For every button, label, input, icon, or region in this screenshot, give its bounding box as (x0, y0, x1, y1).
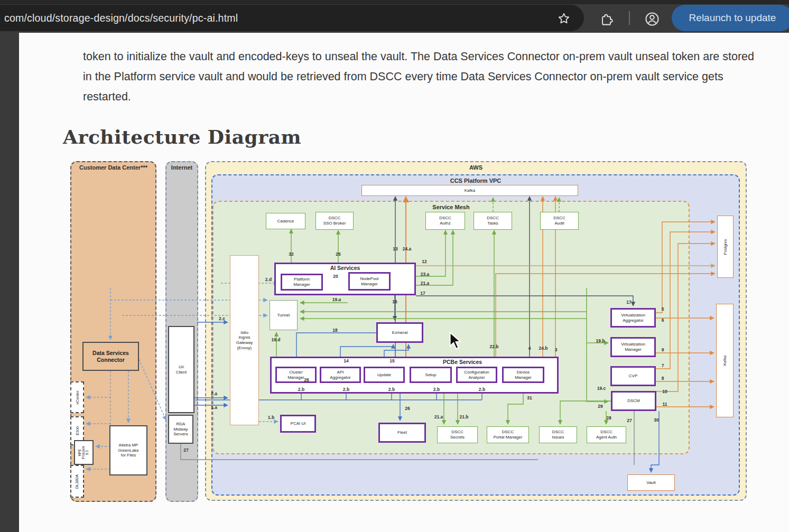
edge-label-17: 17 (626, 300, 631, 305)
node-label-postgres: Postgres (723, 239, 728, 255)
edge-label-2.d: 2.d (265, 277, 272, 282)
node-istio-ingress-gateway: Istio Ingres Gateway (Envoy) (230, 255, 259, 425)
edge-label-16: 16 (392, 299, 397, 304)
mouse-cursor (448, 332, 464, 350)
node-tunnel: Tunnel (270, 300, 298, 330)
edge (496, 274, 715, 357)
node-virtualization-aggregator: Virtualization Aggregator (610, 308, 656, 328)
edge-label-1.b: 1.b (268, 415, 274, 420)
node-vcenter: vCenter (70, 381, 84, 413)
edge-label-9: 9 (662, 347, 664, 352)
edge (656, 232, 715, 369)
edge-label-14: 14 (344, 358, 348, 363)
node-label-setup: Setup (425, 372, 437, 378)
node-cadence: Cadence (266, 213, 305, 229)
edge-label-27: 27 (183, 447, 188, 453)
node-label-dscc-agent-auth: DSCC Agent Auth (596, 430, 617, 440)
edge (560, 401, 611, 424)
edge-label-4: 4 (528, 346, 531, 351)
edge-label-12: 12 (422, 259, 426, 264)
edge-label-11: 11 (663, 402, 667, 407)
profile-icon[interactable] (642, 9, 662, 29)
node-label-nodepool-manager: NodePool Manager (360, 276, 378, 286)
node-cluster-manager: Cluster Manager (275, 367, 317, 383)
node-label-vcenter: vCenter (75, 390, 80, 404)
edge (139, 359, 166, 420)
node-dscc-authz: DSCC Authz (425, 212, 465, 230)
body-paragraph: token to initialize the vault and encode… (83, 46, 759, 107)
edge (416, 296, 633, 306)
node-api-aggregator: API Aggregator (320, 367, 361, 383)
edge-label-21.a: 21.a (434, 414, 443, 419)
edge-label-23.a: 23.a (421, 272, 430, 277)
node-platform-manager: Platform Manager (281, 274, 323, 291)
node-label-dscc-issues: DSCC Issues (552, 430, 564, 440)
node-label-vault: Vault (646, 480, 656, 486)
node-dscc-sso-broker: DSCC SSO Broker (315, 212, 354, 230)
window-top-edge (0, 0, 789, 4)
edge-label-31: 31 (527, 395, 532, 400)
node-fleet: Fleet (378, 423, 426, 443)
edge-label-10: 10 (662, 389, 667, 394)
extensions-icon[interactable] (597, 10, 616, 29)
node-label-ezmeral: Ezmeral (392, 330, 407, 335)
node-dscc-portal-manager: DSCC Portal Manager (487, 426, 529, 443)
node-dscc-audit: DSCC Audit (540, 212, 579, 230)
edge-label-3: 3 (555, 347, 558, 352)
node-label-esxi: ESXi (75, 426, 80, 435)
edge-label-1.a: 1.a (211, 405, 217, 410)
node-data-services-connector: Data Services Connector (82, 342, 139, 371)
relaunch-button[interactable]: Relaunch to update (672, 5, 789, 31)
edge-label-19.d: 19.d (271, 337, 280, 342)
node-label-platform-manager: Platform Manager (293, 277, 310, 287)
url-bar[interactable]: com/cloud/storage-design/docs/security/p… (0, 5, 584, 31)
screen: { "browser": { "url": "com/cloud/storage… (0, 0, 789, 532)
node-label-dscc-secrets: DSCC Secrets (450, 430, 465, 440)
toolbar-separator (629, 11, 630, 25)
edge (416, 230, 453, 285)
node-label-ai-services: AI Services (276, 265, 414, 272)
node-label-rda-midway-servers: RDA Midway Servers (173, 422, 188, 437)
edge-label-2.b: 2.b (298, 387, 304, 392)
node-label-virtualization-aggregator: Virtualization Aggregator (621, 313, 645, 323)
node-label-kafka-right: Kafka (722, 356, 727, 366)
node-dscc-issues: DSCC Issues (539, 426, 577, 443)
edge-label-22.b: 22.b (489, 344, 498, 349)
edge-label-15: 15 (389, 358, 394, 363)
edge-label-19.b: 19.b (596, 338, 605, 343)
node-dscc-agent-auth: DSCC Agent Auth (587, 426, 626, 443)
edge-label-2.b: 2.b (479, 387, 485, 392)
bookmark-star-icon[interactable] (554, 9, 573, 28)
node-label-kafka-top: Kafka (465, 188, 475, 193)
edge (656, 222, 715, 313)
edge-label-8: 8 (662, 376, 664, 381)
edge-label-32: 32 (289, 251, 293, 257)
node-label-dscc-portal-manager: DSCC Portal Manager (494, 430, 523, 440)
node-nodepool-manager: NodePool Manager (348, 272, 391, 291)
node-label-tunnel: Tunnel (277, 313, 290, 318)
node-device-manager: Device Manager (502, 367, 544, 383)
node-label-pcai-ui: PCAI UI (291, 421, 306, 426)
node-alletra: Alletra MP GreenLake for Files (109, 425, 147, 475)
node-label-dscc-authz: DSCC Authz (439, 216, 451, 226)
edge-label-7: 7 (662, 363, 664, 368)
edge-label-26: 26 (304, 377, 309, 382)
edge (587, 288, 608, 402)
node-label-cadence: Cadence (277, 219, 294, 224)
node-virtualization-manager: Virtualization Manager (610, 337, 656, 357)
node-label-dscc-audit: DSCC Audit (553, 216, 565, 226)
edge-label-19.a: 19.a (332, 297, 341, 302)
edge-label-30: 30 (654, 417, 658, 423)
node-label-pcbe-services: PCBe Services (443, 359, 482, 366)
node-pcai-ui: PCAI UI (280, 415, 316, 433)
relaunch-label: Relaunch to update (689, 12, 776, 24)
url-text[interactable]: com/cloud/storage-design/docs/security/p… (0, 12, 238, 24)
node-postgres: Postgres (717, 216, 734, 278)
edge (508, 394, 523, 424)
architecture-diagram: Customer Data Center***InternetAWSCCS Pl… (62, 156, 749, 509)
node-dscc-secrets: DSCC Secrets (437, 426, 478, 443)
edge-label-6: 6 (662, 318, 664, 323)
node-label-ui-client: UI/ Client (176, 365, 187, 375)
edge-label-5: 5 (662, 306, 664, 312)
edge-label-26: 26 (405, 406, 410, 411)
